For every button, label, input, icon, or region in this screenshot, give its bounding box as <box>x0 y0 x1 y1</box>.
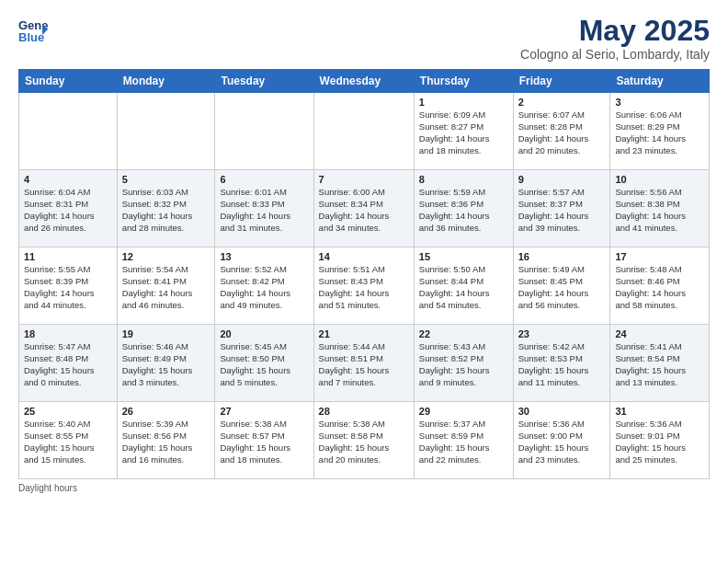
page: General Blue May 2025 Cologno al Serio, … <box>0 0 728 504</box>
day-number: 18 <box>24 328 112 339</box>
col-monday: Monday <box>117 70 215 93</box>
day-number: 24 <box>615 328 704 339</box>
footer-note: Daylight hours <box>18 483 710 493</box>
calendar-week-row: 4Sunrise: 6:04 AMSunset: 8:31 PMDaylight… <box>19 170 710 247</box>
day-info: Sunrise: 5:38 AMSunset: 8:58 PMDaylight:… <box>319 419 409 465</box>
day-info: Sunrise: 5:42 AMSunset: 8:53 PMDaylight:… <box>518 341 606 388</box>
day-number: 1 <box>419 97 508 108</box>
day-number: 21 <box>319 328 409 339</box>
col-thursday: Thursday <box>414 70 513 93</box>
table-row: 26Sunrise: 5:39 AMSunset: 8:56 PMDayligh… <box>117 402 215 479</box>
day-number: 23 <box>518 328 606 339</box>
table-row <box>313 93 414 170</box>
day-info: Sunrise: 5:38 AMSunset: 8:57 PMDaylight:… <box>220 419 308 465</box>
table-row: 20Sunrise: 5:45 AMSunset: 8:50 PMDayligh… <box>215 325 313 402</box>
calendar-week-row: 11Sunrise: 5:55 AMSunset: 8:39 PMDayligh… <box>19 247 710 325</box>
day-number: 22 <box>419 328 508 339</box>
table-row: 3Sunrise: 6:06 AMSunset: 8:29 PMDaylight… <box>610 93 710 170</box>
day-number: 29 <box>419 406 508 417</box>
day-number: 9 <box>518 174 606 185</box>
day-info: Sunrise: 5:52 AMSunset: 8:42 PMDaylight:… <box>220 264 308 311</box>
logo: General Blue <box>18 15 48 44</box>
day-number: 5 <box>122 174 210 185</box>
col-tuesday: Tuesday <box>215 70 313 93</box>
table-row: 30Sunrise: 5:36 AMSunset: 9:00 PMDayligh… <box>513 402 610 479</box>
table-row: 28Sunrise: 5:38 AMSunset: 8:58 PMDayligh… <box>313 402 414 479</box>
logo-icon: General Blue <box>18 15 48 44</box>
table-row: 10Sunrise: 5:56 AMSunset: 8:38 PMDayligh… <box>610 170 710 247</box>
table-row: 22Sunrise: 5:43 AMSunset: 8:52 PMDayligh… <box>414 325 513 402</box>
day-number: 19 <box>122 328 210 339</box>
day-info: Sunrise: 5:39 AMSunset: 8:56 PMDaylight:… <box>122 419 210 465</box>
table-row <box>215 93 313 170</box>
table-row: 13Sunrise: 5:52 AMSunset: 8:42 PMDayligh… <box>215 247 313 325</box>
day-info: Sunrise: 6:09 AMSunset: 8:27 PMDaylight:… <box>419 109 508 156</box>
table-row: 7Sunrise: 6:00 AMSunset: 8:34 PMDaylight… <box>313 170 414 247</box>
table-row: 1Sunrise: 6:09 AMSunset: 8:27 PMDaylight… <box>414 93 513 170</box>
day-info: Sunrise: 6:07 AMSunset: 8:28 PMDaylight:… <box>518 109 606 156</box>
table-row: 27Sunrise: 5:38 AMSunset: 8:57 PMDayligh… <box>215 402 313 479</box>
day-info: Sunrise: 5:56 AMSunset: 8:38 PMDaylight:… <box>615 187 704 234</box>
subtitle: Cologno al Serio, Lombardy, Italy <box>520 47 710 62</box>
day-info: Sunrise: 5:49 AMSunset: 8:45 PMDaylight:… <box>518 264 606 311</box>
day-number: 17 <box>615 251 704 262</box>
calendar-week-row: 1Sunrise: 6:09 AMSunset: 8:27 PMDaylight… <box>19 93 710 170</box>
svg-text:Blue: Blue <box>18 30 44 44</box>
table-row: 2Sunrise: 6:07 AMSunset: 8:28 PMDaylight… <box>513 93 610 170</box>
day-number: 4 <box>24 174 112 185</box>
table-row: 21Sunrise: 5:44 AMSunset: 8:51 PMDayligh… <box>313 325 414 402</box>
calendar-header-row: Sunday Monday Tuesday Wednesday Thursday… <box>19 70 710 93</box>
table-row: 19Sunrise: 5:46 AMSunset: 8:49 PMDayligh… <box>117 325 215 402</box>
day-info: Sunrise: 5:43 AMSunset: 8:52 PMDaylight:… <box>419 341 508 388</box>
day-number: 7 <box>319 174 409 185</box>
table-row: 5Sunrise: 6:03 AMSunset: 8:32 PMDaylight… <box>117 170 215 247</box>
day-number: 20 <box>220 328 308 339</box>
table-row: 8Sunrise: 5:59 AMSunset: 8:36 PMDaylight… <box>414 170 513 247</box>
day-info: Sunrise: 6:03 AMSunset: 8:32 PMDaylight:… <box>122 187 210 234</box>
main-title: May 2025 <box>520 15 710 47</box>
table-row <box>117 93 215 170</box>
day-number: 16 <box>518 251 606 262</box>
table-row <box>19 93 118 170</box>
calendar-week-row: 18Sunrise: 5:47 AMSunset: 8:48 PMDayligh… <box>19 325 710 402</box>
col-friday: Friday <box>513 70 610 93</box>
day-info: Sunrise: 5:41 AMSunset: 8:54 PMDaylight:… <box>615 341 704 388</box>
day-info: Sunrise: 5:55 AMSunset: 8:39 PMDaylight:… <box>24 264 112 311</box>
day-number: 11 <box>24 251 112 262</box>
day-number: 31 <box>615 406 704 417</box>
table-row: 31Sunrise: 5:36 AMSunset: 9:01 PMDayligh… <box>610 402 710 479</box>
table-row: 18Sunrise: 5:47 AMSunset: 8:48 PMDayligh… <box>19 325 118 402</box>
day-info: Sunrise: 5:37 AMSunset: 8:59 PMDaylight:… <box>419 419 508 465</box>
day-info: Sunrise: 5:46 AMSunset: 8:49 PMDaylight:… <box>122 341 210 388</box>
day-number: 15 <box>419 251 508 262</box>
col-saturday: Saturday <box>610 70 710 93</box>
calendar-week-row: 25Sunrise: 5:40 AMSunset: 8:55 PMDayligh… <box>19 402 710 479</box>
day-number: 13 <box>220 251 308 262</box>
day-number: 30 <box>518 406 606 417</box>
table-row: 11Sunrise: 5:55 AMSunset: 8:39 PMDayligh… <box>19 247 118 325</box>
day-info: Sunrise: 5:40 AMSunset: 8:55 PMDaylight:… <box>24 419 112 465</box>
day-number: 3 <box>615 97 704 108</box>
table-row: 29Sunrise: 5:37 AMSunset: 8:59 PMDayligh… <box>414 402 513 479</box>
day-number: 10 <box>615 174 704 185</box>
table-row: 25Sunrise: 5:40 AMSunset: 8:55 PMDayligh… <box>19 402 118 479</box>
day-info: Sunrise: 5:47 AMSunset: 8:48 PMDaylight:… <box>24 341 112 388</box>
day-number: 27 <box>220 406 308 417</box>
day-info: Sunrise: 5:50 AMSunset: 8:44 PMDaylight:… <box>419 264 508 311</box>
day-number: 6 <box>220 174 308 185</box>
day-info: Sunrise: 6:01 AMSunset: 8:33 PMDaylight:… <box>220 187 308 234</box>
day-info: Sunrise: 5:45 AMSunset: 8:50 PMDaylight:… <box>220 341 308 388</box>
day-info: Sunrise: 6:06 AMSunset: 8:29 PMDaylight:… <box>615 109 704 156</box>
day-number: 26 <box>122 406 210 417</box>
day-number: 8 <box>419 174 508 185</box>
table-row: 12Sunrise: 5:54 AMSunset: 8:41 PMDayligh… <box>117 247 215 325</box>
title-block: May 2025 Cologno al Serio, Lombardy, Ita… <box>520 15 710 62</box>
calendar: Sunday Monday Tuesday Wednesday Thursday… <box>18 69 710 479</box>
day-info: Sunrise: 5:57 AMSunset: 8:37 PMDaylight:… <box>518 187 606 234</box>
day-info: Sunrise: 5:36 AMSunset: 9:01 PMDaylight:… <box>615 419 704 465</box>
day-number: 14 <box>319 251 409 262</box>
day-info: Sunrise: 5:36 AMSunset: 9:00 PMDaylight:… <box>518 419 606 465</box>
table-row: 23Sunrise: 5:42 AMSunset: 8:53 PMDayligh… <box>513 325 610 402</box>
day-number: 25 <box>24 406 112 417</box>
header: General Blue May 2025 Cologno al Serio, … <box>18 15 710 62</box>
